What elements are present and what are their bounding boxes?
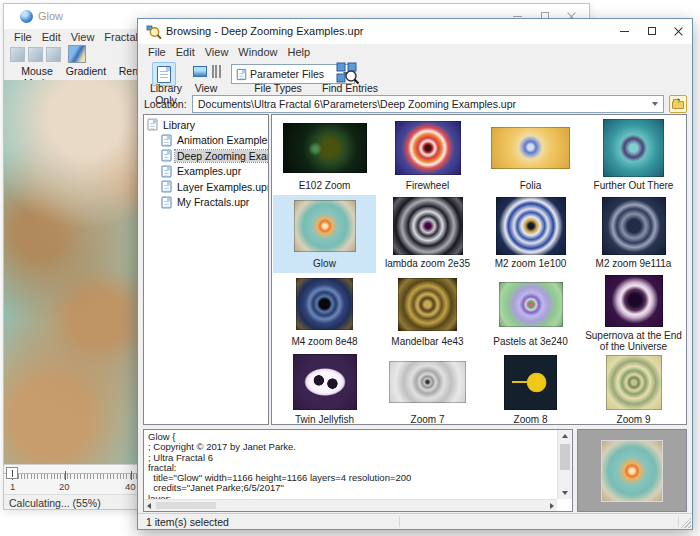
tree-label: My Fractals.upr bbox=[175, 196, 251, 208]
app-icon bbox=[20, 10, 33, 23]
entry-caption: Mandelbar 4e43 bbox=[391, 336, 463, 347]
scroll-down-icon[interactable] bbox=[562, 491, 568, 495]
tree-item-deep-zooming-examples[interactable]: Deep Zooming Examples.upr bbox=[144, 148, 268, 164]
view-label: View bbox=[188, 82, 224, 94]
tree-item-examples[interactable]: Examples.upr bbox=[144, 164, 268, 180]
thumbnail-grid: E102 Zoom Firewheel Folia Further Out Th… bbox=[272, 115, 686, 425]
parameter-file-icon bbox=[237, 68, 246, 79]
entry-mandelbar-4e43[interactable]: Mandelbar 4e43 bbox=[376, 273, 479, 351]
entry-caption: Pastels at 3e240 bbox=[493, 336, 568, 347]
entry-m2-zoom-1e100[interactable]: M2 zoom 1e100 bbox=[479, 195, 582, 273]
browser-window-title: Browsing - Deep Zooming Examples.upr bbox=[166, 25, 363, 37]
file-types-label: File Types bbox=[250, 82, 306, 94]
entry-m2-zoom-9e111a[interactable]: M2 zoom 9e111a bbox=[582, 195, 685, 273]
resize-grip[interactable] bbox=[680, 517, 691, 528]
entry-twin-jellyfish[interactable]: Twin Jellyfish bbox=[273, 351, 376, 425]
entry-zoom-8[interactable]: Zoom 8 bbox=[479, 351, 582, 425]
list-view-icon[interactable] bbox=[212, 65, 221, 78]
timeline-major-tick bbox=[65, 471, 66, 480]
location-combobox[interactable]: Documents\Ultra Fractal 6\Parameters\Dee… bbox=[192, 95, 664, 113]
scroll-right-icon[interactable] bbox=[550, 503, 554, 509]
fractal-thumbnail bbox=[605, 275, 663, 327]
minimize-button[interactable] bbox=[611, 21, 638, 41]
parameter-preview-pane[interactable]: Glow { ; Copyright © 2017 by Janet Parke… bbox=[143, 429, 573, 512]
zoom-mode-icon[interactable] bbox=[28, 47, 43, 62]
gradient-icon[interactable] bbox=[68, 45, 86, 63]
thumbnail-view-icon[interactable] bbox=[193, 66, 207, 77]
tree-item-library[interactable]: Library bbox=[144, 117, 268, 133]
tree-item-my-fractals[interactable]: My Fractals.upr bbox=[144, 195, 268, 211]
statusbar-divider bbox=[399, 516, 400, 527]
pan-mode-icon[interactable] bbox=[46, 47, 61, 62]
entry-pastels-at-3e240[interactable]: Pastels at 3e240 bbox=[479, 273, 582, 351]
browser-toolbar: Parameter Files Library Only View File T… bbox=[138, 60, 692, 94]
entry-glow-selected[interactable]: Glow bbox=[273, 195, 376, 273]
upr-file-icon bbox=[162, 181, 172, 193]
minimize-icon bbox=[620, 31, 629, 32]
entry-m4-zoom-8e48[interactable]: M4 zoom 8e48 bbox=[273, 273, 376, 351]
timeline-tick-label: 20 bbox=[59, 481, 70, 492]
library-icon bbox=[148, 119, 158, 131]
scroll-left-icon[interactable] bbox=[147, 503, 151, 509]
scrollbar-thumb[interactable] bbox=[560, 444, 570, 470]
tree-item-layer-examples[interactable]: Layer Examples.upr bbox=[144, 179, 268, 195]
entry-caption: M2 zoom 9e111a bbox=[596, 258, 672, 269]
vertical-scrollbar[interactable] bbox=[557, 430, 572, 499]
entry-caption: M2 zoom 1e100 bbox=[495, 258, 567, 269]
document-icon bbox=[157, 66, 171, 83]
menu-help[interactable]: Help bbox=[282, 46, 315, 58]
fractal-thumbnail bbox=[491, 127, 570, 169]
file-types-value: Parameter Files bbox=[250, 68, 338, 80]
menu-edit[interactable]: Edit bbox=[37, 31, 66, 43]
entry-supernova[interactable]: Supernova at the End of the Universe bbox=[582, 273, 685, 351]
menu-window[interactable]: Window bbox=[233, 46, 282, 58]
tree-label: Examples.upr bbox=[175, 165, 243, 177]
scroll-up-icon[interactable] bbox=[562, 434, 568, 438]
entry-zoom-7[interactable]: Zoom 7 bbox=[376, 351, 479, 425]
entry-caption: lambda zoom 2e35 bbox=[385, 258, 470, 269]
scrollbar-thumb[interactable] bbox=[156, 502, 216, 509]
timeline-tick-label: 1 bbox=[10, 481, 15, 492]
upr-file-icon bbox=[162, 150, 172, 162]
param-line: credits="Janet Parke;6/5/2017" bbox=[148, 483, 554, 493]
close-button[interactable] bbox=[665, 21, 692, 41]
menu-edit[interactable]: Edit bbox=[171, 46, 200, 58]
timeline-major-tick bbox=[131, 471, 132, 480]
entry-lambda-zoom-2e35[interactable]: lambda zoom 2e35 bbox=[376, 195, 479, 273]
entry-folia[interactable]: Folia bbox=[479, 117, 582, 195]
selected-entry-preview bbox=[577, 429, 687, 512]
browser-titlebar[interactable]: Browsing - Deep Zooming Examples.upr bbox=[138, 19, 692, 44]
entry-caption: Supernova at the End of the Universe bbox=[584, 330, 684, 352]
entry-firewheel[interactable]: Firewheel bbox=[376, 117, 479, 195]
horizontal-scrollbar[interactable] bbox=[144, 499, 557, 511]
fractal-thumbnail bbox=[602, 197, 666, 255]
tree-item-animation-examples[interactable]: Animation Examples.upr bbox=[144, 133, 268, 149]
menu-view[interactable]: View bbox=[200, 46, 234, 58]
menu-view[interactable]: View bbox=[66, 31, 100, 43]
entry-caption: Twin Jellyfish bbox=[295, 414, 354, 425]
fractal-thumbnail bbox=[504, 355, 557, 410]
fractal-thumbnail bbox=[283, 123, 367, 173]
menu-file[interactable]: File bbox=[9, 31, 37, 43]
browser-statusbar: 1 item(s) selected bbox=[138, 513, 692, 529]
chevron-down-icon bbox=[652, 102, 658, 106]
selection-count-text: 1 item(s) selected bbox=[146, 516, 229, 528]
upr-file-icon bbox=[162, 134, 172, 146]
entry-caption: Zoom 7 bbox=[411, 414, 445, 425]
maximize-button[interactable] bbox=[638, 21, 665, 41]
select-mode-icon[interactable] bbox=[10, 47, 25, 62]
fractal-thumbnail bbox=[499, 282, 563, 327]
up-one-level-button[interactable]: ↑ bbox=[669, 95, 687, 113]
tree-label: Layer Examples.upr bbox=[175, 181, 269, 193]
library-tree: Library Animation Examples.upr Deep Zoom… bbox=[143, 114, 269, 425]
entry-caption: Further Out There bbox=[594, 180, 674, 191]
entry-zoom-9[interactable]: Zoom 9 bbox=[582, 351, 685, 425]
fractal-thumbnail bbox=[294, 200, 356, 252]
timeline-slider-handle[interactable] bbox=[6, 467, 18, 479]
fractal-thumbnail bbox=[293, 354, 357, 410]
menu-file[interactable]: File bbox=[143, 46, 171, 58]
maximize-icon bbox=[648, 27, 656, 35]
entry-further-out-there[interactable]: Further Out There bbox=[582, 117, 685, 195]
main-window-title: Glow bbox=[38, 10, 63, 22]
entry-e102-zoom[interactable]: E102 Zoom bbox=[273, 117, 376, 195]
